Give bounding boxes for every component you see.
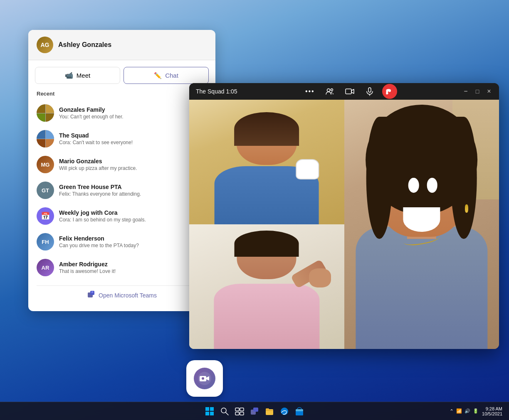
chat-item-name: Weekly jog with Cora: [59, 209, 207, 216]
svg-rect-14: [210, 412, 214, 415]
close-button[interactable]: ×: [486, 88, 492, 95]
svg-rect-6: [368, 88, 371, 92]
svg-rect-13: [205, 412, 209, 415]
svg-rect-5: [346, 89, 351, 94]
windows-logo-icon[interactable]: [204, 405, 215, 417]
window-controls: − □ ×: [462, 88, 492, 95]
teams-icon-inner: [194, 368, 215, 389]
chat-item-info: The Squad Cora: Can't wait to see everyo…: [59, 132, 207, 145]
battery-icon: 🔋: [473, 408, 479, 414]
chat-item-preview: You: Can't get enough of her.: [59, 114, 207, 120]
video-camera-icon: 📹: [65, 71, 73, 79]
teams-app-icon[interactable]: [186, 360, 223, 397]
chat-item-info: Green Tree House PTA Felix: Thanks every…: [59, 184, 207, 197]
list-item[interactable]: Gonzales Family You: Can't get enough of…: [32, 100, 212, 126]
svg-point-4: [331, 89, 333, 91]
open-teams-label: Open Microsoft Teams: [99, 292, 157, 299]
avatar: FH: [37, 233, 54, 251]
svg-rect-11: [205, 407, 209, 411]
svg-rect-24: [266, 408, 269, 410]
avatar: 📅: [37, 207, 54, 225]
tab-chat-label: Chat: [165, 72, 178, 79]
chat-item-preview: Felix: Thanks everyone for attending.: [59, 191, 207, 197]
chat-item-preview: Will pick up pizza after my practice.: [59, 165, 207, 171]
network-icon: 📶: [456, 408, 462, 414]
list-item[interactable]: The Squad Cora: Can't wait to see everyo…: [32, 126, 212, 152]
svg-rect-27: [296, 409, 303, 411]
chat-item-preview: Cora: I am so behind on my step goals.: [59, 217, 207, 223]
open-teams-button[interactable]: Open Microsoft Teams: [37, 285, 207, 305]
call-title: The Squad 1:05: [196, 88, 237, 95]
recent-section-label: Recent: [28, 84, 215, 100]
list-item[interactable]: FH Felix Henderson Can you drive me to t…: [32, 229, 212, 255]
video-grid: [189, 100, 499, 349]
chat-item-info: Weekly jog with Cora Cora: I am so behin…: [59, 209, 207, 223]
taskbar-file-explorer-icon[interactable]: [264, 405, 275, 417]
avatar: [37, 130, 54, 147]
chat-icon: ✏️: [154, 72, 162, 79]
svg-rect-22: [253, 408, 258, 412]
list-item[interactable]: GT Green Tree House PTA Felix: Thanks ev…: [32, 177, 212, 203]
svg-rect-12: [210, 407, 214, 411]
chat-item-name: Amber Rodriguez: [59, 261, 207, 268]
svg-rect-17: [235, 408, 239, 411]
svg-rect-26: [296, 411, 303, 415]
chat-item-preview: Can you drive me to the PTA today?: [59, 243, 207, 248]
avatar: [37, 104, 54, 122]
call-controls: •••: [302, 84, 397, 99]
tab-meet-label: Meet: [77, 72, 90, 79]
chat-item-name: Green Tree House PTA: [59, 184, 207, 190]
chat-list: Gonzales Family You: Can't get enough of…: [28, 100, 215, 280]
svg-point-3: [327, 89, 330, 92]
chat-item-name: Gonzales Family: [59, 106, 207, 113]
taskbar-store-icon[interactable]: [294, 405, 305, 417]
chevron-up-icon[interactable]: ⌃: [450, 408, 454, 414]
svg-rect-18: [240, 408, 244, 411]
tabs-container: 📹 Meet ✏️ Chat: [28, 60, 215, 84]
end-call-button[interactable]: [382, 84, 397, 99]
taskbar-edge-icon[interactable]: [279, 405, 290, 417]
chat-item-name: Mario Gonzales: [59, 158, 207, 165]
maximize-button[interactable]: □: [474, 88, 481, 95]
taskbar: ⌃ 📶 🔊 🔋 9:28 AM 10/5/2021: [0, 402, 509, 420]
taskbar-teams-icon[interactable]: [249, 405, 260, 417]
video-call-window: The Squad 1:05 •••: [189, 83, 499, 349]
microphone-button[interactable]: [362, 84, 377, 99]
teams-logo-icon: [87, 290, 95, 300]
chat-item-info: Felix Henderson Can you drive me to the …: [59, 235, 207, 248]
tab-meet[interactable]: 📹 Meet: [35, 67, 120, 84]
video-cell-top-left: [189, 100, 344, 224]
chat-panel: AG Ashley Gonzales 📹 Meet ✏️ Chat Recent…: [28, 30, 215, 311]
chat-item-info: Mario Gonzales Will pick up pizza after …: [59, 158, 207, 171]
chat-item-preview: That is awesome! Love it!: [59, 268, 207, 274]
taskbar-center: [204, 405, 305, 417]
user-name: Ashley Gonzales: [58, 41, 111, 49]
system-icons: ⌃ 📶 🔊 🔋: [450, 408, 479, 414]
chat-item-info: Gonzales Family You: Can't get enough of…: [59, 106, 207, 120]
list-item[interactable]: MG Mario Gonzales Will pick up pizza aft…: [32, 152, 212, 177]
video-cell-right: [344, 100, 499, 349]
taskbar-system-tray: ⌃ 📶 🔊 🔋 9:28 AM 10/5/2021: [450, 406, 502, 416]
taskbar-search-icon[interactable]: [219, 405, 230, 417]
chat-item-preview: Cora: Can't wait to see everyone!: [59, 140, 207, 145]
tab-chat[interactable]: ✏️ Chat: [124, 67, 209, 84]
svg-point-10: [202, 377, 204, 380]
video-call-titlebar: The Squad 1:05 •••: [189, 83, 499, 100]
avatar: GT: [37, 182, 54, 199]
list-item[interactable]: 📅 Weekly jog with Cora Cora: I am so beh…: [32, 203, 212, 229]
avatar: AR: [37, 259, 54, 276]
chat-item-name: Felix Henderson: [59, 235, 207, 242]
camera-button[interactable]: [342, 84, 357, 99]
user-avatar: AG: [37, 37, 53, 53]
svg-point-2: [91, 291, 94, 293]
more-options-button[interactable]: •••: [302, 84, 317, 99]
chat-panel-header: AG Ashley Gonzales: [28, 30, 215, 60]
list-item[interactable]: AR Amber Rodriguez That is awesome! Love…: [32, 255, 212, 280]
minimize-button[interactable]: −: [462, 88, 469, 95]
svg-point-25: [281, 408, 288, 415]
task-view-icon[interactable]: [234, 405, 245, 417]
video-cell-bottom-left: [189, 224, 344, 349]
svg-rect-19: [235, 412, 239, 415]
participants-button[interactable]: [322, 84, 337, 99]
taskbar-clock[interactable]: 9:28 AM 10/5/2021: [482, 406, 502, 416]
